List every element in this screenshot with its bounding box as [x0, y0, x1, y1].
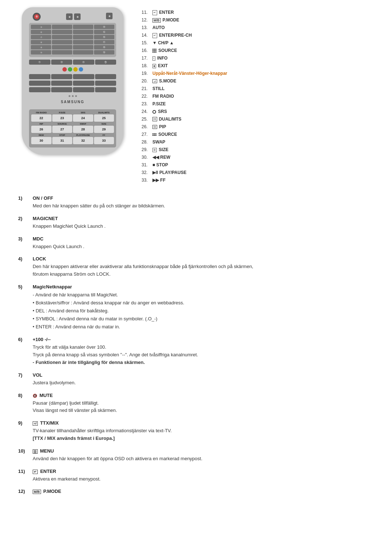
pip-icon: ⊟	[152, 125, 157, 129]
label-srs: SRS	[73, 112, 93, 114]
list-item-28: 28. SWAP	[142, 139, 377, 145]
btn-30: 30	[31, 137, 52, 144]
desc-3: 3) MDC Knappen Quick Launch .	[18, 236, 374, 251]
list-item-33: 33. ▶▶ FF	[142, 177, 377, 183]
list-item-22: 22. FM RADIO	[142, 93, 377, 100]
mute-icon: 🔇	[33, 394, 37, 398]
label-swap: SWAP	[73, 123, 93, 125]
srs-icon	[152, 110, 156, 114]
desc-10: 10) ||| MENU Använd den här knappen för …	[18, 448, 374, 463]
info-icon: i	[152, 56, 155, 61]
enter3-icon: ↵	[33, 470, 38, 474]
list-item-32: 32. ▶II PLAY/PAUSE	[142, 169, 377, 176]
btn-28: 28	[73, 126, 93, 133]
btn-27: 27	[52, 126, 73, 133]
desc-12: 12) M/B P.MODE	[18, 489, 374, 494]
size-icon: ⊞	[152, 148, 157, 153]
top-section: ① ② ③ ④ ⑤ ⑭	[15, 7, 377, 185]
desc-11: 11) ↵ ENTER Aktivera en markerad menypos…	[18, 469, 374, 483]
label-stop: STOP	[52, 134, 73, 136]
btn-29: 29	[94, 126, 114, 133]
bottom-grid: FM RADIO P.SIZE SRS DUAL/MTS 22 23 24 25…	[29, 109, 116, 147]
list-item-29: 29. ⊞ SIZE	[142, 146, 377, 153]
exit-icon: ▮	[152, 64, 156, 69]
btn-25: 25	[94, 114, 114, 122]
list-item-14: 14. ↵ ENTER/PRE-CH	[142, 32, 377, 39]
desc-5: 5) MagicNetknappar - Använd de här knapp…	[18, 284, 374, 331]
list-item-11: 11. ↵ ENTER	[142, 9, 377, 16]
desc-9: 9) ≡/ TTX/MIX TV-kanaler tillhandahåller…	[18, 420, 374, 442]
list-item-27: 27. SOURCE	[142, 131, 377, 138]
btn-22: 22	[31, 114, 52, 122]
desc-1: 1) ON / OFF Med den här knappen sätter d…	[18, 195, 374, 210]
list-item-15: 15. ▼ CH/P ▲	[142, 40, 377, 46]
btn-31: 31	[52, 137, 73, 144]
remote-container: ① ② ③ ④ ⑤ ⑭	[15, 7, 131, 185]
label-dual: DUAL/MTS	[94, 112, 114, 114]
enter-icon: ↵	[152, 10, 157, 15]
btn-24: 24	[73, 114, 93, 122]
desc-6: 6) +100 -/-- Tryck för att välja kanaler…	[18, 337, 374, 366]
label-inp: INP	[31, 123, 52, 125]
btn-33: 33	[94, 137, 114, 144]
list-item-24: 24. SRS	[142, 108, 377, 115]
list-item-16: 16. SOURCE	[142, 47, 377, 54]
label-size: SIZE	[94, 123, 114, 125]
label-fm-radio: FM RADIO	[31, 112, 52, 114]
desc-4: 4) LOCK Den här knappen aktiverar eller …	[18, 256, 374, 278]
enter2-icon: ↵	[152, 33, 157, 38]
list-item-31: 31. ■ STOP	[142, 162, 377, 168]
desc-2: 2) MAGICNET Knappen MagicNet Quick Launc…	[18, 216, 374, 230]
right-instructions-list: 11. ↵ ENTER 12. M/B P.MODE 13. AUTO 14. …	[142, 7, 377, 185]
btn-32: 32	[73, 137, 93, 144]
list-item-23: 23. P.SIZE	[142, 101, 377, 107]
list-item-18: 18. ▮ EXIT	[142, 62, 377, 69]
label-source: SOURCE	[52, 123, 73, 125]
remote-control: ① ② ③ ④ ⑤ ⑭	[22, 7, 123, 155]
list-item-12: 12. M/B P.MODE	[142, 17, 377, 23]
menu-icon: |||	[33, 449, 38, 454]
list-item-13: 13. AUTO	[142, 24, 377, 31]
desc-8: 8) 🔇 MUTE Pausar (dämpar) ljudet tillfäl…	[18, 393, 374, 415]
list-item-21: 21. STILL	[142, 85, 377, 92]
list-item-20: 20. ⊿ S.MODE	[142, 78, 377, 84]
label-ff: FF	[94, 134, 114, 136]
list-item-30: 30. ◀◀ REW	[142, 154, 377, 161]
list-item-17: 17. i INFO	[142, 55, 377, 61]
btn-23: 23	[52, 114, 73, 122]
dual-icon: H	[152, 117, 157, 121]
mb2-icon: M/B	[33, 490, 41, 494]
desc-7: 7) VOL Justera ljudvolymen.	[18, 372, 374, 387]
smode-icon: ⊿	[152, 79, 157, 83]
label-play: PLAY/PAUSE	[73, 134, 93, 136]
list-item-19: 19. Uppåt-Neråt-Vänster-Höger-knappar	[142, 70, 377, 77]
descriptions-section: 1) ON / OFF Med den här knappen sätter d…	[15, 195, 377, 494]
label-psize: P.SIZE	[52, 112, 73, 114]
label-rew: REW	[31, 134, 52, 136]
ttx-icon: ≡/	[33, 421, 38, 426]
list-item-25: 25. H DUAL/MTS	[142, 116, 377, 122]
btn-26: 26	[31, 126, 52, 133]
list-item-26: 26. ⊟ PIP	[142, 123, 377, 130]
